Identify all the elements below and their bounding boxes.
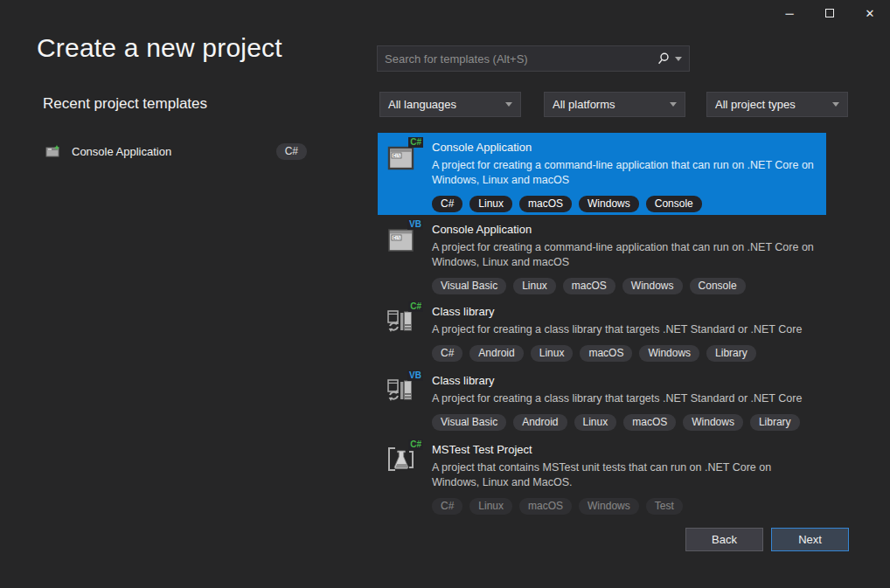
template-tags: C# Linux macOS Windows Console bbox=[432, 196, 817, 212]
recent-template-title: Console Application bbox=[72, 145, 276, 158]
svg-text:C:\: C:\ bbox=[393, 236, 400, 240]
tag: Library bbox=[750, 414, 800, 431]
search-icon[interactable] bbox=[656, 52, 671, 66]
recent-template-item[interactable]: Console Application C# bbox=[37, 138, 310, 164]
console-vb-icon: C:\ VB bbox=[386, 222, 421, 255]
template-title: Class library bbox=[432, 305, 817, 318]
console-app-small-icon bbox=[45, 144, 61, 158]
tag: Visual Basic bbox=[432, 414, 506, 431]
tag: Android bbox=[513, 414, 567, 431]
template-item-mstest[interactable]: C# MSTest Test Project A project that co… bbox=[378, 435, 826, 512]
template-description: A project for creating a command-line ap… bbox=[432, 158, 817, 188]
class-library-csharp-icon: C# bbox=[386, 304, 421, 337]
template-item-console-vb[interactable]: C:\ VB Console Application A project for… bbox=[378, 215, 826, 297]
language-filter-value: All languages bbox=[388, 98, 456, 111]
template-tags: C# Linux macOS Windows Test bbox=[432, 498, 817, 515]
page-title: Create a new project bbox=[37, 33, 282, 63]
template-tags: Visual Basic Linux macOS Windows Console bbox=[432, 278, 817, 294]
template-tags: Visual Basic Android Linux macOS Windows… bbox=[432, 414, 817, 431]
template-item-classlib-vb[interactable]: VB Class library A project for creating … bbox=[378, 366, 826, 435]
class-library-vb-icon: VB bbox=[386, 373, 421, 406]
svg-text:C:\: C:\ bbox=[393, 154, 400, 158]
tag: Linux bbox=[531, 345, 574, 362]
recent-templates-heading: Recent project templates bbox=[43, 95, 207, 113]
tag: macOS bbox=[519, 196, 572, 212]
chevron-down-icon bbox=[505, 102, 512, 107]
maximize-icon bbox=[825, 9, 834, 17]
window-controls: ─ ✕ bbox=[769, 0, 890, 26]
tag: Linux bbox=[513, 278, 556, 294]
language-filter-dropdown[interactable]: All languages bbox=[379, 92, 521, 117]
platform-filter-value: All platforms bbox=[553, 98, 615, 111]
tag: Windows bbox=[579, 196, 639, 212]
vb-badge: VB bbox=[407, 370, 423, 381]
chevron-down-icon bbox=[832, 102, 839, 107]
next-button[interactable]: Next bbox=[771, 528, 849, 551]
tag: Visual Basic bbox=[432, 278, 506, 294]
search-dropdown-caret-icon[interactable] bbox=[675, 57, 682, 61]
mstest-csharp-icon: C# bbox=[386, 442, 421, 475]
tag: macOS bbox=[623, 414, 676, 431]
tag: C# bbox=[432, 498, 462, 515]
tag: Windows bbox=[622, 278, 683, 294]
template-tags: C# Android Linux macOS Windows Library bbox=[432, 345, 817, 362]
template-title: Console Application bbox=[432, 141, 817, 154]
csharp-badge: C# bbox=[408, 301, 423, 312]
maximize-button[interactable] bbox=[810, 0, 850, 26]
tag: Windows bbox=[579, 498, 639, 515]
tag: Console bbox=[690, 278, 746, 294]
tag: macOS bbox=[519, 498, 572, 515]
template-item-classlib-csharp[interactable]: C# Class library A project for creating … bbox=[378, 297, 826, 366]
csharp-badge: C# bbox=[408, 439, 423, 450]
template-description: A project for creating a class library t… bbox=[432, 391, 817, 406]
template-title: Class library bbox=[432, 374, 817, 387]
tag: Linux bbox=[469, 498, 512, 515]
tag: macOS bbox=[580, 345, 632, 362]
tag: Linux bbox=[574, 414, 617, 431]
tag: Linux bbox=[469, 196, 512, 212]
template-description: A project for creating a class library t… bbox=[432, 322, 817, 337]
search-input[interactable] bbox=[378, 52, 652, 66]
vb-badge: VB bbox=[407, 219, 423, 230]
template-description: A project that contains MSTest unit test… bbox=[432, 460, 817, 490]
template-item-console-csharp[interactable]: C:\ C# Console Application A project for… bbox=[378, 133, 826, 215]
template-title: Console Application bbox=[432, 223, 817, 236]
tag: Android bbox=[469, 345, 523, 362]
search-box[interactable] bbox=[377, 45, 690, 72]
recent-template-language-badge: C# bbox=[276, 143, 307, 160]
platform-filter-dropdown[interactable]: All platforms bbox=[544, 92, 685, 117]
chevron-down-icon bbox=[670, 102, 677, 107]
tag: macOS bbox=[563, 278, 615, 294]
project-type-filter-value: All project types bbox=[715, 98, 796, 111]
csharp-badge: C# bbox=[408, 137, 423, 148]
tag: Windows bbox=[639, 345, 699, 362]
tag: Windows bbox=[683, 414, 743, 431]
tag: Test bbox=[646, 498, 683, 515]
tag: C# bbox=[432, 345, 462, 362]
minimize-button[interactable]: ─ bbox=[769, 0, 810, 26]
tag: C# bbox=[432, 196, 462, 212]
close-button[interactable]: ✕ bbox=[850, 0, 890, 26]
tag: Library bbox=[706, 345, 756, 362]
template-title: MSTest Test Project bbox=[432, 443, 817, 456]
console-csharp-icon: C:\ C# bbox=[386, 140, 421, 173]
project-type-filter-dropdown[interactable]: All project types bbox=[706, 92, 848, 117]
template-description: A project for creating a command-line ap… bbox=[432, 240, 817, 270]
tag: Console bbox=[646, 196, 702, 212]
back-button[interactable]: Back bbox=[685, 528, 763, 551]
